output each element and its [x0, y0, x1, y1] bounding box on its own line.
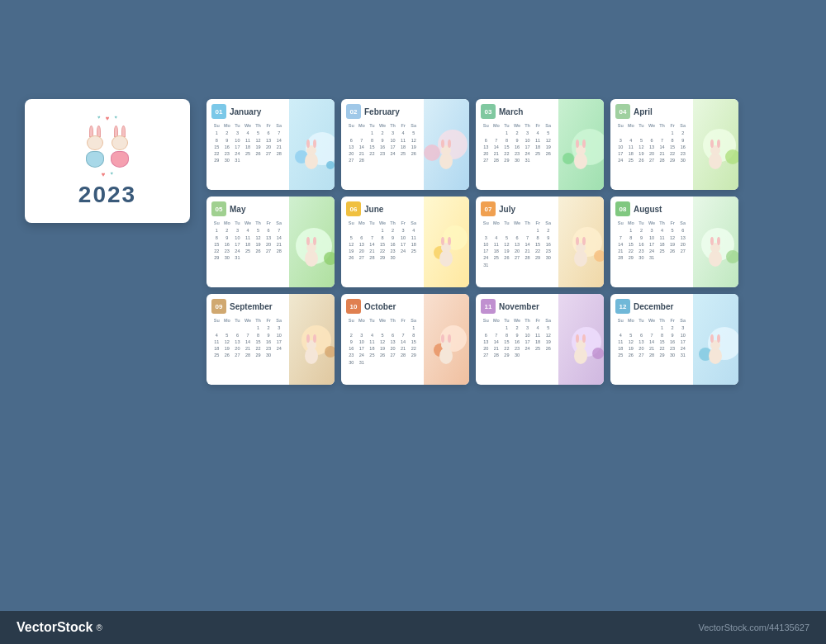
cal-day-header: Fr — [667, 317, 678, 324]
cal-day-cell: 15 — [408, 339, 419, 345]
cal-week-row: 21222324252627 — [615, 248, 688, 254]
cal-day-cell: 1 — [377, 227, 388, 234]
cal-week-row: 293031 — [211, 157, 284, 163]
cal-day-cell: 21 — [273, 241, 284, 248]
cal-day-header: Sa — [408, 220, 419, 226]
month-name-05: May — [230, 205, 245, 214]
cal-day-cell: 25 — [626, 157, 637, 163]
month-name-02: February — [364, 107, 400, 116]
cal-day-cell: 7 — [357, 137, 368, 144]
cal-day-cell — [512, 227, 523, 234]
cal-day-cell: 17 — [522, 144, 533, 150]
cal-week-row: 12 — [615, 130, 688, 136]
cal-day-cell — [667, 254, 678, 261]
cal-day-cell: 13 — [677, 234, 688, 241]
cal-day-cell: 7 — [615, 234, 626, 241]
cal-day-cell: 20 — [263, 241, 274, 248]
cal-day-cell — [367, 324, 377, 331]
cal-day-cell: 28 — [357, 157, 368, 163]
cal-day-cell: 8 — [657, 332, 667, 339]
cal-day-header: Fr — [398, 317, 409, 324]
cal-day-cell: 25 — [657, 248, 667, 254]
cal-day-cell: 19 — [346, 248, 357, 254]
cal-day-header: Fr — [667, 220, 678, 226]
cal-day-cell: 4 — [211, 332, 222, 339]
cal-day-cell: 18 — [408, 241, 419, 248]
svg-point-63 — [313, 334, 316, 343]
cal-day-cell: 7 — [491, 332, 502, 339]
cal-day-cell — [346, 130, 357, 136]
month-header-08: 08August — [615, 201, 688, 216]
cal-day-cell — [647, 324, 657, 331]
cal-day-cell: 18 — [533, 339, 544, 345]
cal-day-cell: 27 — [346, 157, 357, 163]
cal-day-cell: 19 — [222, 345, 233, 352]
cal-day-cell: 3 — [273, 324, 284, 331]
cal-day-cell: 20 — [232, 345, 243, 352]
bunny-female — [111, 125, 129, 168]
cal-day-cell: 15 — [533, 241, 544, 248]
cal-day-cell: 12 — [543, 332, 553, 339]
cal-day-cell: 19 — [501, 248, 512, 254]
cal-day-cell: 23 — [512, 345, 523, 352]
cal-day-cell: 23 — [377, 150, 388, 157]
month-card-11: 11NovemberSuMoTuWeThFrSa1234567891011121… — [476, 294, 604, 385]
cal-day-cell: 22 — [501, 345, 512, 352]
month-card-05: 05MaySuMoTuWeThFrSa123456789101112131415… — [206, 197, 335, 287]
cal-day-cell: 14 — [357, 144, 368, 150]
cal-day-cell: 12 — [626, 339, 637, 345]
cal-day-header: Th — [522, 122, 533, 129]
cal-day-cell — [377, 157, 388, 163]
cal-day-cell: 24 — [615, 157, 626, 163]
cal-day-cell: 24 — [481, 254, 491, 261]
cal-day-cell: 1 — [367, 130, 377, 136]
cal-day-cell — [512, 262, 523, 268]
svg-point-83 — [710, 334, 714, 343]
cal-day-cell: 28 — [367, 254, 377, 261]
cal-day-cell: 12 — [222, 339, 233, 345]
month-num-05: 05 — [211, 201, 226, 216]
cal-week-row: 23242526272829 — [346, 352, 419, 358]
cal-day-cell: 27 — [647, 157, 657, 163]
cal-week-row: 10111213141516 — [615, 144, 688, 150]
cal-day-cell: 24 — [232, 248, 243, 254]
cal-day-cell: 10 — [232, 137, 243, 144]
cal-week-row: 293031 — [211, 254, 284, 261]
cal-day-header: We — [512, 317, 523, 324]
cal-day-cell: 18 — [367, 345, 377, 352]
cal-day-cell: 30 — [387, 254, 398, 261]
cal-day-cell: 28 — [398, 352, 409, 358]
cal-week-row: 6789101112 — [481, 332, 553, 339]
cal-day-header: Su — [211, 317, 222, 324]
cal-week-row: 15161718192021 — [211, 144, 284, 150]
month-card-08: 08AugustSuMoTuWeThFrSa123456789101112131… — [610, 197, 738, 287]
cal-day-cell: 16 — [263, 339, 274, 345]
cal-day-cell: 24 — [647, 248, 657, 254]
cal-day-cell: 3 — [387, 130, 398, 136]
cal-day-cell: 16 — [387, 241, 398, 248]
cal-day-cell: 20 — [636, 345, 647, 352]
cal-day-cell: 31 — [647, 254, 657, 261]
cal-day-header: Mo — [357, 122, 368, 129]
cal-day-cell: 4 — [491, 234, 502, 241]
cal-day-cell: 22 — [367, 150, 377, 157]
cal-header-row-05: SuMoTuWeThFrSa — [211, 220, 284, 226]
cal-day-cell: 21 — [491, 150, 502, 157]
month-card-09: 09SeptemberSuMoTuWeThFrSa123456789101112… — [206, 294, 335, 385]
cal-week-row: 891011121314 — [211, 234, 284, 241]
cal-day-cell: 3 — [232, 130, 243, 136]
month-header-07: 07July — [481, 201, 553, 216]
cal-day-header: Mo — [357, 220, 368, 226]
svg-point-35 — [313, 237, 316, 245]
cal-day-header: Mo — [222, 122, 233, 129]
cal-day-cell: 16 — [222, 241, 233, 248]
month-left-10: 10OctoberSuMoTuWeThFrSa12345678910111213… — [341, 294, 424, 385]
heart-teal-2: ♥ — [114, 115, 117, 122]
cal-header-row-10: SuMoTuWeThFrSa — [346, 317, 419, 324]
cal-day-cell — [387, 157, 398, 163]
cal-day-cell: 21 — [367, 248, 377, 254]
month-header-12: 12December — [615, 299, 688, 314]
svg-point-20 — [576, 140, 579, 148]
cal-day-cell: 22 — [211, 150, 222, 157]
cal-day-cell: 3 — [522, 130, 533, 136]
